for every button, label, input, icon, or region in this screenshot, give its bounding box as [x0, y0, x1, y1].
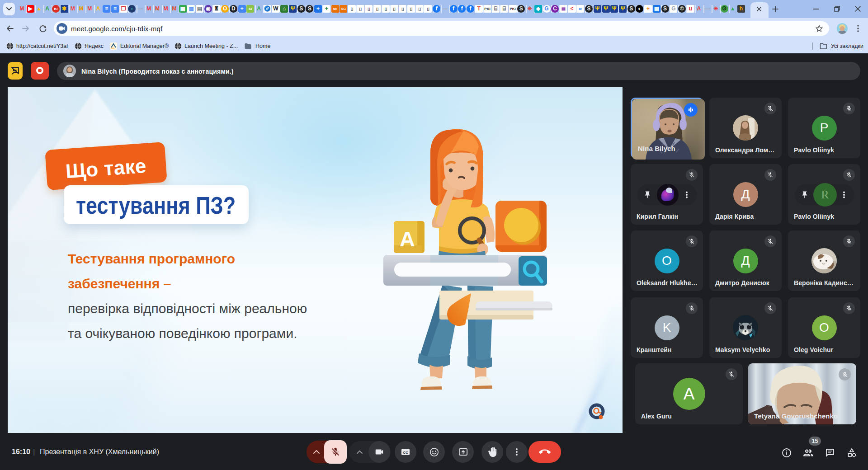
svg-text:CC: CC	[403, 451, 408, 455]
svg-text:A: A	[400, 227, 415, 251]
